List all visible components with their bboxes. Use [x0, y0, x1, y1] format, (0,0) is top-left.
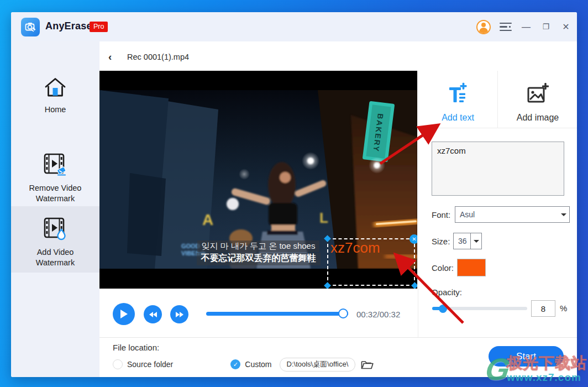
- watermark-selection-box[interactable]: xz7com ✕: [327, 238, 415, 286]
- film-waterdrop-icon: [43, 216, 68, 242]
- folder-icon: [361, 359, 374, 370]
- opacity-slider[interactable]: [432, 307, 527, 310]
- rewind-icon: [149, 311, 158, 318]
- subtitle-line-1: 잊지 마 내가 두고 온 toe shoes: [197, 240, 320, 252]
- rewind-button[interactable]: [144, 305, 162, 323]
- color-swatch[interactable]: [457, 259, 486, 276]
- pro-badge: Pro: [90, 22, 108, 32]
- chevron-down-icon: [558, 207, 569, 222]
- opacity-value-input[interactable]: [531, 300, 555, 317]
- watermark-text[interactable]: xz7com: [330, 239, 380, 257]
- font-label: Font:: [432, 210, 450, 219]
- sidebar-item-label: Add VideoWatermark: [11, 247, 99, 268]
- add-image-icon: [526, 82, 550, 106]
- play-button[interactable]: [113, 303, 135, 325]
- sidebar-item-add-watermark[interactable]: Add VideoWatermark: [11, 206, 99, 273]
- tab-label: Add image: [498, 113, 577, 123]
- chevron-down-icon: [470, 233, 481, 249]
- progress-handle[interactable]: [338, 308, 348, 318]
- sidebar-item-label: Home: [11, 104, 99, 115]
- sidebar-item-home[interactable]: Home: [11, 74, 99, 115]
- menu-icon[interactable]: [500, 23, 512, 32]
- resize-handle-bottom-right[interactable]: [411, 282, 417, 289]
- back-chevron-icon[interactable]: ‹: [108, 51, 112, 63]
- custom-radio-checked[interactable]: ✓: [230, 359, 240, 369]
- app-title: AnyErase: [45, 20, 92, 32]
- sidebar-item-remove-watermark[interactable]: Remove VideoWatermark: [11, 150, 99, 204]
- file-location-label: File location:: [113, 343, 159, 352]
- svg-text:L: L: [319, 210, 328, 226]
- output-path[interactable]: D:\tools\桌面\office\: [280, 358, 356, 372]
- footer-divider: [99, 337, 577, 338]
- sidebar-item-label: Remove VideoWatermark: [11, 183, 99, 204]
- panel-tabs: Add text Add image: [418, 71, 577, 128]
- home-icon: [44, 76, 67, 99]
- custom-label[interactable]: Custom: [245, 360, 271, 369]
- start-button[interactable]: Start: [489, 346, 564, 367]
- video-preview[interactable]: BAKERY A L GOOD VIBES@: [99, 71, 417, 289]
- file-location-options: Source folder ✓ Custom D:\tools\桌面\offic…: [113, 358, 374, 370]
- subtitle-line-2: 不要忘记那双丢弃的芭蕾舞鞋: [197, 253, 321, 265]
- fast-forward-icon: [175, 311, 184, 318]
- source-folder-radio[interactable]: [113, 359, 123, 369]
- user-avatar-icon[interactable]: [476, 20, 491, 34]
- progress-bar[interactable]: [206, 312, 348, 316]
- font-value: Asul: [455, 210, 558, 219]
- resize-handle-bottom-left[interactable]: [324, 282, 331, 289]
- size-value: 36: [454, 237, 470, 245]
- tab-add-image[interactable]: Add image: [498, 71, 577, 128]
- size-select[interactable]: 36: [453, 233, 482, 249]
- size-label: Size:: [432, 237, 450, 246]
- watermark-text-input[interactable]: xz7com: [432, 142, 564, 196]
- font-select[interactable]: Asul: [455, 206, 570, 223]
- film-eraser-icon: [43, 152, 68, 177]
- play-icon: [119, 309, 128, 319]
- source-folder-label[interactable]: Source folder: [127, 360, 173, 369]
- opacity-slider-handle[interactable]: [439, 305, 447, 313]
- sidebar: Home Remove VideoWate: [11, 41, 99, 377]
- opacity-label: Opacity:: [432, 287, 462, 297]
- desktop-background: AnyErase Pro — ❐ ✕ Home: [0, 0, 588, 387]
- app-window: AnyErase Pro — ❐ ✕ Home: [11, 12, 577, 377]
- close-button[interactable]: ✕: [560, 12, 571, 41]
- watermark-panel: Add text Add image xz7com Font: Asul: [418, 71, 577, 337]
- playback-time: 00:32/00:32: [356, 310, 400, 319]
- opacity-unit: %: [560, 304, 567, 313]
- svg-text:A: A: [202, 211, 213, 228]
- browse-folder-button[interactable]: [361, 359, 374, 370]
- delete-watermark-icon[interactable]: ✕: [410, 234, 417, 244]
- add-text-icon: [446, 82, 470, 106]
- app-logo-icon: [21, 18, 40, 36]
- titlebar: AnyErase Pro — ❐ ✕: [11, 12, 577, 41]
- breadcrumb-filename: Rec 0001(1).mp4: [127, 53, 189, 61]
- color-label: Color:: [432, 263, 454, 273]
- tab-add-text[interactable]: Add text: [418, 71, 498, 128]
- tab-label: Add text: [418, 113, 497, 123]
- maximize-button[interactable]: ❐: [540, 12, 552, 41]
- fast-forward-button[interactable]: [170, 305, 188, 323]
- minimize-button[interactable]: —: [521, 12, 532, 41]
